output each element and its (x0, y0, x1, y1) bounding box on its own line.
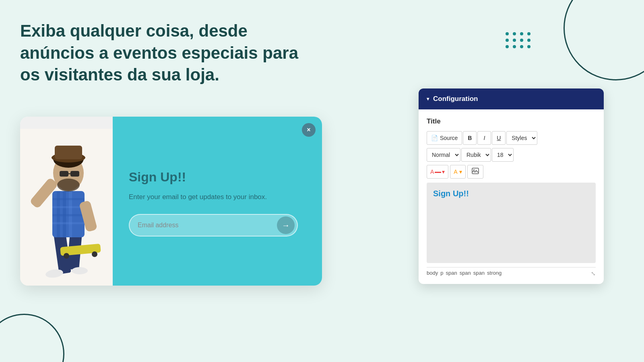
svg-point-20 (57, 179, 80, 191)
popup-title: Sign Up!! (129, 170, 306, 185)
breadcrumb-strong: strong (487, 270, 502, 276)
dot (520, 32, 523, 35)
dot (506, 39, 509, 42)
svg-point-16 (64, 253, 69, 259)
popup-send-button[interactable]: → (277, 216, 295, 234)
config-panel: ▾ Configuration Title 📄 Source B I U Sty… (419, 88, 604, 284)
toolbar-row-3: A ▾ A ▾ (427, 165, 596, 179)
toolbar-row-2: Normal Rubik 18 (427, 148, 596, 162)
popup-close-button[interactable]: × (302, 123, 316, 137)
dots-grid (506, 32, 531, 48)
popup-wrapper: × Sign Up!! Enter your email to get upda… (20, 117, 322, 286)
italic-button[interactable]: I (477, 131, 491, 145)
image-insert-button[interactable] (467, 165, 483, 179)
breadcrumb-span-1: span (446, 270, 457, 276)
dot (506, 45, 509, 48)
editor-area[interactable]: Sign Up!! (427, 183, 596, 263)
breadcrumb-span-3: span (473, 270, 485, 276)
source-label: Source (440, 135, 458, 141)
dot (513, 39, 516, 42)
font-select[interactable]: Rubik (461, 148, 491, 162)
bg-color-button[interactable]: A ▾ (450, 165, 465, 179)
source-button[interactable]: 📄 Source (427, 131, 462, 145)
font-color-label: A (430, 169, 434, 175)
svg-rect-22 (70, 171, 79, 177)
dot (513, 32, 516, 35)
popup-email-row: → (129, 214, 298, 237)
editor-content: Sign Up!! (433, 189, 589, 198)
source-icon: 📄 (431, 135, 438, 141)
title-section-label: Title (427, 117, 596, 125)
dot (527, 32, 530, 35)
styles-select[interactable]: Styles (506, 131, 537, 145)
font-color-dropdown-icon: ▾ (442, 169, 445, 175)
bg-circle-top-right (564, 0, 644, 80)
dot (520, 45, 523, 48)
editor-breadcrumb: body p span span span strong ⤡ (427, 267, 596, 276)
dot (513, 45, 516, 48)
size-select[interactable]: 18 (492, 148, 514, 162)
breadcrumb-span-2: span (460, 270, 471, 276)
bold-button[interactable]: B (463, 131, 477, 145)
toolbar-row-1: 📄 Source B I U Styles (427, 131, 596, 145)
popup-card: × Sign Up!! Enter your email to get upda… (20, 117, 322, 286)
underline-button[interactable]: U (492, 131, 506, 145)
image-icon (472, 168, 479, 176)
bg-circle-bottom-left (0, 314, 64, 362)
config-body: Title 📄 Source B I U Styles Normal Rubik… (419, 109, 604, 284)
breadcrumb-p: p (440, 270, 443, 276)
config-header-label: Configuration (433, 95, 478, 103)
svg-rect-25 (55, 146, 82, 159)
config-chevron-icon: ▾ (427, 96, 429, 102)
email-input[interactable] (138, 222, 277, 229)
svg-rect-21 (60, 171, 68, 177)
font-color-button[interactable]: A ▾ (427, 165, 448, 179)
breadcrumb-body: body (427, 270, 438, 276)
dot (520, 39, 523, 42)
dot (506, 32, 509, 35)
hero-section: Exiba qualquer coisa, desde anúncios a e… (20, 20, 302, 86)
bg-color-dropdown-icon: ▾ (459, 169, 462, 175)
dot (527, 39, 530, 42)
popup-description: Enter your email to get updates to your … (129, 192, 306, 202)
svg-rect-26 (472, 168, 479, 174)
hero-title: Exiba qualquer coisa, desde anúncios a e… (20, 20, 302, 86)
svg-point-27 (473, 169, 475, 171)
svg-point-4 (72, 267, 88, 274)
resize-handle-icon[interactable]: ⤡ (591, 270, 596, 277)
svg-point-17 (92, 251, 97, 257)
dot (527, 45, 530, 48)
format-select[interactable]: Normal (427, 148, 460, 162)
config-header[interactable]: ▾ Configuration (419, 88, 604, 109)
bg-color-label: A (454, 169, 457, 175)
popup-content: × Sign Up!! Enter your email to get upda… (113, 117, 322, 286)
font-color-bar (435, 172, 441, 173)
popup-image-area (20, 117, 113, 286)
person-illustration (20, 129, 113, 286)
